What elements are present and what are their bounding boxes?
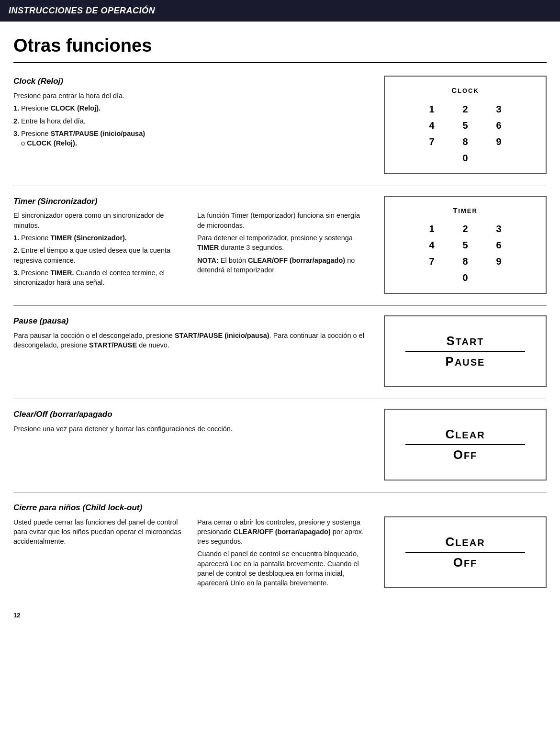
numpad-8: 8: [454, 135, 476, 148]
clock-button-box: CLOCK 1 2 3 4 5 6 7 8 9 0: [384, 76, 547, 174]
clock-step3: 3. Presione START/PAUSE (inicio/pausa) o…: [13, 129, 370, 148]
timer-body-right: La función Timer (temporizador) funciona…: [197, 211, 370, 275]
pause-label: PAUSE: [446, 355, 485, 369]
clear-label: CLEAR: [445, 427, 485, 441]
timer-numpad-2: 2: [454, 222, 476, 235]
timer-button-box: TIMER 1 2 3 4 5 6 7 8 9 0: [384, 196, 547, 294]
clock-intro: Presione para entrar la hora del día.: [13, 91, 370, 101]
section-clock: Clock (Reloj) Presione para entrar la ho…: [13, 66, 547, 186]
clock-step1: 1. Presione CLOCK (Reloj).: [13, 103, 370, 113]
header-title: INSTRUCCIONES DE OPERACIÓN: [9, 6, 155, 15]
header-bar: INSTRUCCIONES DE OPERACIÓN: [0, 0, 560, 22]
off-label: OFF: [453, 448, 478, 462]
clearoff-divider: [405, 444, 525, 445]
timer-numpad-8: 8: [454, 255, 476, 268]
childlock-off-label: OFF: [453, 556, 478, 570]
timer-col-right: La función Timer (temporizador) funciona…: [197, 211, 370, 290]
section-clock-body: Presione para entrar la hora del día. 1.…: [13, 91, 370, 148]
childlock-col-left: Usted puede cerrar las funciones del pan…: [13, 517, 186, 591]
childlock-body-left: Usted puede cerrar las funciones del pan…: [13, 517, 186, 547]
section-clearoff: Clear/Off (borrar/apagado Presione una v…: [13, 399, 547, 492]
section-childlock-title: Cierre para niños (Child lock-out): [13, 502, 370, 514]
section-pause-title: Pause (pausa): [13, 315, 370, 327]
clearoff-btn: CLEAR OFF: [391, 418, 540, 471]
numpad-9: 9: [488, 135, 510, 148]
timer-step2: 2. Entre el tiempo a que usted desea que…: [13, 246, 186, 265]
childlock-right-1: Para cerrar o abrir los controles, presi…: [197, 517, 370, 547]
timer-col-left: El sincronizador opera como un sincroniz…: [13, 211, 186, 290]
childlock-clear-label: CLEAR: [445, 535, 485, 549]
childlock-clearoff-divider: [405, 552, 525, 553]
numpad-empty-left: [421, 151, 443, 165]
numpad-0: 0: [454, 151, 476, 165]
numpad-5: 5: [454, 119, 476, 132]
start-pause-button-box: START PAUSE: [384, 315, 547, 387]
childlock-col-right: Para cerrar o abrir los controles, presi…: [197, 517, 370, 591]
section-clock-text: Clock (Reloj) Presione para entrar la ho…: [13, 76, 384, 151]
numpad-7: 7: [421, 135, 443, 148]
page-number: 12: [13, 611, 547, 620]
numpad-2: 2: [454, 102, 476, 116]
start-label: START: [446, 334, 484, 348]
numpad-6: 6: [488, 119, 510, 132]
numpad-1: 1: [421, 102, 443, 116]
numpad-3: 3: [488, 102, 510, 116]
timer-two-col: El sincronizador opera como un sincroniz…: [13, 211, 370, 290]
timer-numpad-1: 1: [421, 222, 443, 235]
numpad-4: 4: [421, 119, 443, 132]
clearoff-button-box: CLEAR OFF: [384, 409, 547, 481]
timer-numpad-4: 4: [421, 238, 443, 252]
section-timer: Timer (Sincronizador) El sincronizador o…: [13, 186, 547, 306]
childlock-button-box: CLEAR OFF: [384, 516, 547, 588]
section-clock-title: Clock (Reloj): [13, 76, 370, 87]
section-pause-body: Para pausar la cocción o el descongelado…: [13, 331, 370, 350]
clock-step2: 2. Entre la hora del día.: [13, 116, 370, 126]
childlock-left-1: Usted puede cerrar las funciones del pan…: [13, 517, 186, 547]
main-content: Otras funciones Clock (Reloj) Presione p…: [0, 22, 560, 633]
timer-numpad-empty-left: [421, 271, 443, 284]
timer-body-left: El sincronizador opera como un sincroniz…: [13, 211, 186, 287]
section-clearoff-body: Presione una vez para detener y borrar l…: [13, 424, 370, 434]
section-timer-title: Timer (Sincronizador): [13, 196, 370, 207]
start-pause-divider: [405, 351, 525, 352]
timer-numpad-empty-right: [488, 271, 510, 284]
timer-intro: El sincronizador opera como un sincroniz…: [13, 211, 186, 230]
section-clearoff-title: Clear/Off (borrar/apagado: [13, 409, 370, 420]
section-childlock-text: Cierre para niños (Child lock-out) Usted…: [13, 502, 384, 591]
pause-desc: Para pausar la cocción o el descongelado…: [13, 331, 370, 350]
timer-right-3: NOTA: El botón CLEAR/OFF (borrar/apagado…: [197, 256, 370, 275]
section-clearoff-text: Clear/Off (borrar/apagado Presione una v…: [13, 409, 384, 436]
timer-numpad-6: 6: [488, 238, 510, 252]
childlock-clearoff-btn: CLEAR OFF: [391, 526, 540, 579]
timer-step1: 1. Presione TIMER (Sincronizador).: [13, 233, 186, 243]
section-pause-text: Pause (pausa) Para pausar la cocción o e…: [13, 315, 384, 353]
timer-numpad-7: 7: [421, 255, 443, 268]
childlock-right-2: Cuando el panel de control se encuentra …: [197, 549, 370, 588]
page-title: Otras funciones: [13, 33, 547, 63]
start-pause-btn: START PAUSE: [391, 325, 540, 378]
clearoff-desc: Presione una vez para detener y borrar l…: [13, 424, 370, 434]
timer-numpad-9: 9: [488, 255, 510, 268]
timer-right-2: Para detener el temporizador, presione y…: [197, 233, 370, 253]
timer-btn-title: TIMER: [453, 205, 478, 215]
childlock-two-col: Usted puede cerrar las funciones del pan…: [13, 517, 370, 591]
section-childlock: Cierre para niños (Child lock-out) Usted…: [13, 492, 547, 603]
timer-numpad: 1 2 3 4 5 6 7 8 9 0: [421, 222, 510, 284]
clock-numpad: 1 2 3 4 5 6 7 8 9 0: [421, 102, 510, 165]
section-pause: Pause (pausa) Para pausar la cocción o e…: [13, 306, 547, 399]
numpad-empty-right: [488, 151, 510, 165]
clock-btn-title: CLOCK: [451, 85, 479, 95]
childlock-body-right: Para cerrar o abrir los controles, presi…: [197, 517, 370, 588]
timer-numpad-0: 0: [454, 271, 476, 284]
timer-numpad-5: 5: [454, 238, 476, 252]
timer-right-1: La función Timer (temporizador) funciona…: [197, 211, 370, 230]
timer-numpad-3: 3: [488, 222, 510, 235]
section-timer-text: Timer (Sincronizador) El sincronizador o…: [13, 196, 384, 291]
timer-step3: 3. Presione TIMER. Cuando el conteo term…: [13, 268, 186, 288]
